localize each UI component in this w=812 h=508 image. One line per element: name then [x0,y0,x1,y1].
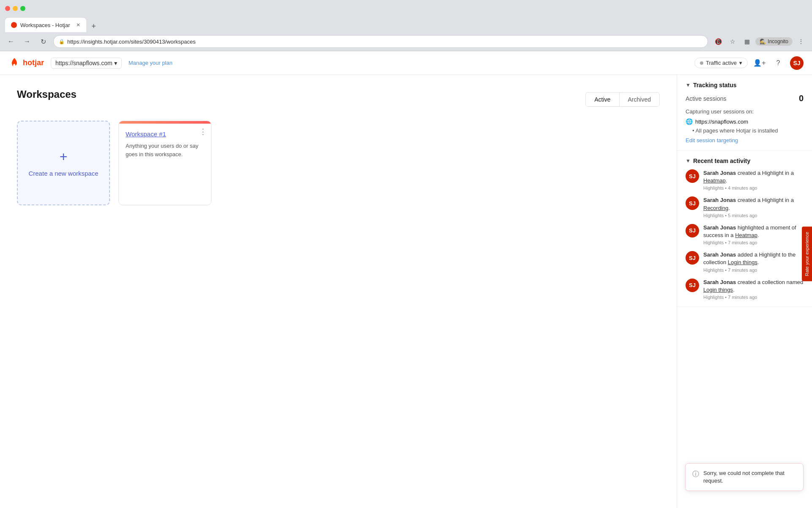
active-tab[interactable]: Workspaces - Hotjar ✕ [5,18,86,32]
cast-icon[interactable]: 📵 [712,36,724,47]
activity-meta: Highlights • 4 minutes ago [703,185,804,190]
error-toast-message: Sorry, we could not complete that reques… [703,469,796,485]
workspace-card-menu-button[interactable]: ⋮ [199,127,207,136]
activity-meta: Highlights • 7 minutes ago [703,295,804,300]
main-content: Workspaces Active Archived + Create a ne… [0,75,677,508]
activity-text: Sarah Jonas highlighted a moment of succ… [703,224,804,239]
edit-targeting-link[interactable]: Edit session targeting [686,137,804,144]
user-avatar[interactable]: SJ [790,56,804,70]
activity-meta: Highlights • 7 minutes ago [703,268,804,273]
activity-link[interactable]: Login things [728,259,757,265]
activity-content: Sarah Jonas created a Highlight in a Hea… [703,169,804,190]
all-pages-label: • All pages where Hotjar is installed [692,127,804,134]
refresh-button[interactable]: ↻ [37,36,49,47]
content-area: Workspaces Active Archived + Create a ne… [0,75,812,508]
activity-content: Sarah Jonas added a Highlight to the col… [703,251,804,272]
close-dot[interactable] [5,6,10,11]
logo-text: hotjar [23,58,44,67]
traffic-dot-icon [700,61,703,65]
omnibar-actions: 📵 ☆ ▦ 🕵 Incognito ⋮ [712,36,807,47]
back-button[interactable]: ← [5,36,17,47]
create-plus-icon: + [60,149,68,165]
activity-item: SJSarah Jonas created a collection named… [686,279,804,300]
help-button[interactable]: ? [771,56,785,70]
capturing-site-url: https://snapflows.com [695,119,748,125]
active-sessions-label: Active sessions [686,95,726,102]
capturing-site-url-row: 🌐 https://snapflows.com [686,118,804,125]
activity-item: SJSarah Jonas added a Highlight to the c… [686,251,804,272]
activity-content: Sarah Jonas highlighted a moment of succ… [703,224,804,245]
activity-item: SJSarah Jonas created a Highlight in a H… [686,169,804,190]
active-sessions-row: Active sessions 0 [686,94,804,103]
incognito-button[interactable]: 🕵 Incognito [755,37,793,46]
traffic-active-label: Traffic active [706,60,737,66]
site-selector[interactable]: https://snapflows.com ▾ [51,58,122,69]
activity-link[interactable]: Heatmap [703,177,726,184]
workspaces-grid: + Create a new workspace ⋮ Workspace #1 … [17,121,660,205]
capturing-label: Capturing user sessions on: [686,108,804,115]
activity-content: Sarah Jonas created a Highlight in a Rec… [703,196,804,218]
activity-list: SJSarah Jonas created a Highlight in a H… [686,169,804,300]
tracking-status-label: Tracking status [693,82,737,88]
activity-chevron-icon: ▼ [686,158,691,164]
active-sessions-count: 0 [799,94,804,103]
activity-avatar: SJ [686,224,699,237]
site-url-label: https://snapflows.com [55,60,112,66]
activity-item: SJSarah Jonas created a Highlight in a R… [686,196,804,218]
site-selector-chevron-icon: ▾ [114,60,117,66]
filter-buttons: Active Archived [585,92,660,107]
activity-meta: Highlights • 7 minutes ago [703,240,804,245]
chrome-apps-icon[interactable]: ▦ [741,36,753,47]
activity-avatar: SJ [686,169,699,183]
activity-link[interactable]: Heatmap [735,232,757,238]
recent-activity-section: ▼ Recent team activity SJSarah Jonas cre… [677,151,812,307]
maximize-dot[interactable] [20,6,25,11]
workspace-card-description: Anything your users do or say goes in th… [126,142,204,158]
minimize-dot[interactable] [13,6,18,11]
window-controls [5,6,25,11]
activity-text: Sarah Jonas created a collection named L… [703,279,804,294]
tracking-chevron-icon: ▼ [686,82,691,88]
create-workspace-label: Create a new workspace [28,170,98,177]
incognito-icon: 🕵 [760,39,766,44]
hotjar-flame-icon [8,57,20,69]
recent-activity-label: Recent team activity [693,157,750,164]
top-nav: hotjar https://snapflows.com ▾ Manage yo… [0,51,812,75]
traffic-active-button[interactable]: Traffic active ▾ [694,58,748,68]
activity-text: Sarah Jonas added a Highlight to the col… [703,251,804,266]
activity-text: Sarah Jonas created a Highlight in a Rec… [703,196,804,212]
error-toast: ⓘ Sorry, we could not complete that requ… [685,463,804,491]
globe-icon: 🌐 [686,118,693,125]
page-title: Workspaces [17,88,77,100]
activity-content: Sarah Jonas created a collection named L… [703,279,804,300]
filter-archived-button[interactable]: Archived [620,93,659,106]
add-user-button[interactable]: 👤+ [753,56,766,70]
tab-close-button[interactable]: ✕ [76,22,80,28]
activity-meta: Highlights • 5 minutes ago [703,213,804,218]
url-bar[interactable]: 🔒 https://insights.hotjar.com/sites/3090… [53,35,708,48]
activity-link[interactable]: Login things [703,287,733,293]
traffic-active-chevron-icon: ▾ [739,60,742,66]
activity-avatar: SJ [686,279,699,292]
create-workspace-card[interactable]: + Create a new workspace [17,121,110,205]
error-icon: ⓘ [692,470,699,479]
chrome-menu-button[interactable]: ⋮ [795,36,807,47]
tracking-status-section: ▼ Tracking status Active sessions 0 Capt… [677,75,812,151]
activity-item: SJSarah Jonas highlighted a moment of su… [686,224,804,245]
bookmark-icon[interactable]: ☆ [727,36,738,47]
workspace-card-title[interactable]: Workspace #1 [126,130,204,138]
new-tab-button[interactable]: + [88,20,100,32]
activity-avatar: SJ [686,196,699,210]
rate-experience-button[interactable]: Rate your experience [802,227,812,282]
tab-label: Workspaces - Hotjar [20,22,70,28]
right-panel: ▼ Tracking status Active sessions 0 Capt… [677,75,812,508]
manage-plan-link[interactable]: Manage your plan [129,60,173,66]
tracking-status-header[interactable]: ▼ Tracking status [686,82,804,88]
forward-button[interactable]: → [21,36,33,47]
workspace-card: ⋮ Workspace #1 Anything your users do or… [118,121,211,205]
top-nav-right: Traffic active ▾ 👤+ ? SJ [694,56,804,70]
filter-active-button[interactable]: Active [586,93,619,106]
activity-link[interactable]: Recording [703,205,728,211]
recent-activity-header[interactable]: ▼ Recent team activity [686,157,804,164]
hotjar-logo[interactable]: hotjar [8,57,44,69]
